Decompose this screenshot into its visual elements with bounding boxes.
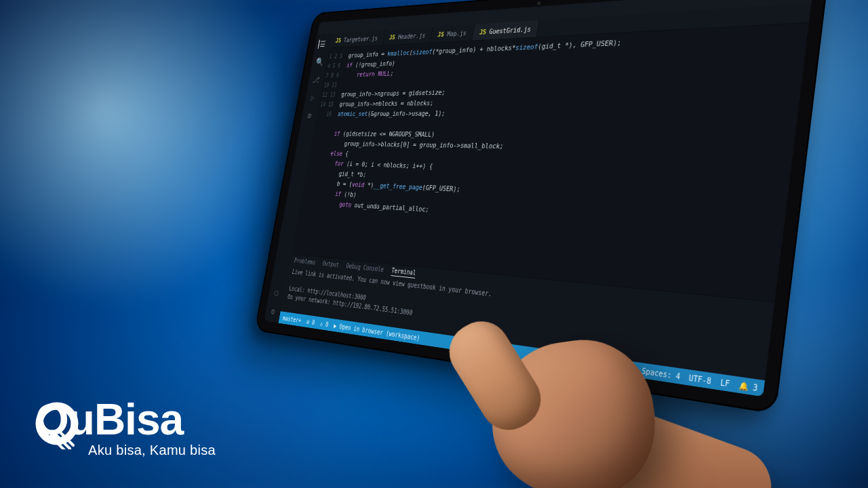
status-warnings[interactable]: ⚠ 0 xyxy=(319,320,329,328)
status-cursor-position[interactable]: Ln 19, Col 22 xyxy=(581,358,635,373)
code-content[interactable]: group_info = kmalloc(sizeof(*group_info)… xyxy=(309,23,809,302)
status-branch[interactable]: master+ xyxy=(282,314,302,324)
panel-tab[interactable]: Debug Console xyxy=(345,262,384,275)
explorer-icon[interactable]: ☰ xyxy=(317,39,327,49)
status-errors[interactable]: ⊘ 0 xyxy=(306,318,315,326)
panel-tab[interactable]: Terminal xyxy=(391,267,416,279)
status-indentation[interactable]: Spaces: 4 xyxy=(642,367,681,381)
open-external-icon[interactable]: ⧉ xyxy=(774,0,781,1)
qubisa-logo: QuBisa Aku bisa, Kamu bisa xyxy=(35,398,216,458)
debug-icon[interactable]: ▷ xyxy=(309,93,317,102)
account-icon[interactable]: ◯ xyxy=(273,287,281,298)
logo-tagline: Aku bisa, Kamu bisa xyxy=(88,443,216,458)
editor-tab[interactable]: JSHeader.js xyxy=(382,27,433,45)
js-file-icon: JS xyxy=(335,37,342,43)
panel-tab[interactable]: Problems xyxy=(294,257,316,268)
split-editor-icon[interactable]: ▢ xyxy=(787,0,793,1)
status-encoding[interactable]: UTF-8 xyxy=(688,373,712,386)
js-file-icon: JS xyxy=(479,28,487,36)
code-editor-app: ⧉ ▢ ⋯ ☰ 🔍 ⎇ ▷ ⊞ ◯ ⚙ JSTargetver.jsJSHead… xyxy=(264,0,813,397)
js-file-icon: JS xyxy=(437,30,445,38)
source-control-icon[interactable]: ⎇ xyxy=(312,75,320,85)
editor-tab[interactable]: JSTargetver.js xyxy=(329,30,384,47)
logo-q-icon xyxy=(34,402,81,449)
extensions-icon[interactable]: ⊞ xyxy=(305,111,313,120)
editor-tab[interactable]: JSMap.js xyxy=(431,24,475,43)
search-icon[interactable]: 🔍 xyxy=(315,57,323,66)
panel-tab[interactable]: Output xyxy=(321,260,339,270)
tablet-camera xyxy=(537,1,541,5)
status-eol[interactable]: LF xyxy=(719,378,730,388)
js-file-icon: JS xyxy=(389,33,396,41)
status-bell-icon[interactable]: 🔔 3 xyxy=(738,380,758,392)
settings-gear-icon[interactable]: ⚙ xyxy=(269,306,277,317)
tablet-device: ⧉ ▢ ⋯ ☰ 🔍 ⎇ ▷ ⊞ ◯ ⚙ JSTargetver.jsJSHead… xyxy=(254,0,829,414)
editor-area[interactable]: 1 2 3 4 5 6 7 8 9 10 11 12 13 14 15 16 g… xyxy=(291,23,809,302)
